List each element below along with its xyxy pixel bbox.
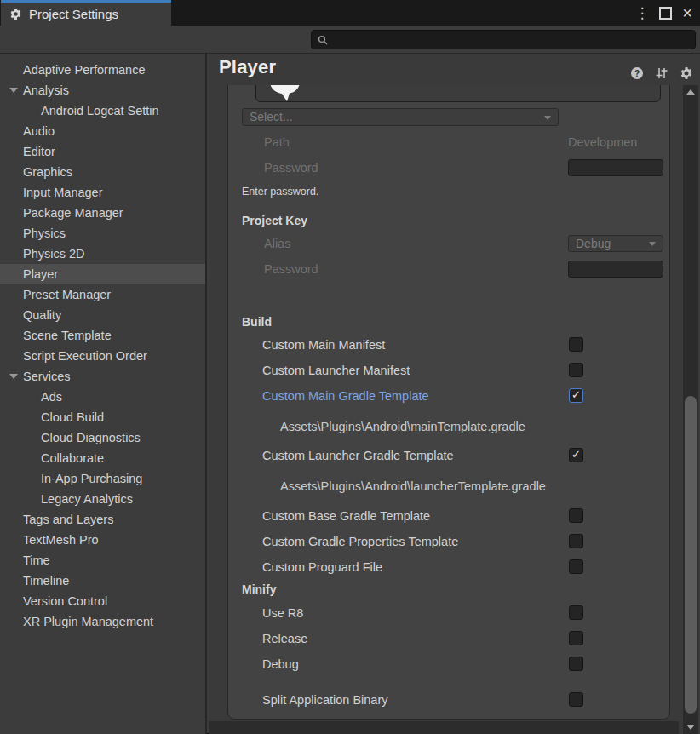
sidebar-item-label: Audio <box>0 121 55 141</box>
maximize-icon <box>659 7 672 20</box>
maximize-button[interactable] <box>656 0 674 26</box>
setting-label: Use R8 <box>262 605 303 622</box>
setting-label: Custom Main Manifest <box>262 336 385 353</box>
sidebar-item-label: Adaptive Performance <box>0 60 145 80</box>
keystore-password-label: Password <box>264 159 318 176</box>
keystore-password-field[interactable] <box>568 159 663 176</box>
sidebar-item-physics-2d[interactable]: Physics 2D <box>0 244 205 264</box>
checkbox-custom-main-gradle-template[interactable]: ✓ <box>569 388 583 403</box>
setting-label: Custom Launcher Gradle Template <box>262 447 454 464</box>
sidebar-item-analysis[interactable]: Analysis <box>0 80 205 100</box>
sidebar-item-label: Ads <box>0 387 62 407</box>
setting-label: Custom Launcher Manifest <box>262 362 410 379</box>
sidebar-item-cloud-diagnostics[interactable]: Cloud Diagnostics <box>0 427 205 448</box>
sidebar-item-package-manager[interactable]: Package Manager <box>0 203 205 223</box>
checkbox-debug[interactable] <box>569 657 583 671</box>
scroll-down-icon[interactable] <box>686 725 695 730</box>
sidebar-item-editor[interactable]: Editor <box>0 141 205 162</box>
help-icon[interactable]: ? <box>630 66 644 80</box>
presets-icon[interactable] <box>655 66 668 80</box>
setting-label: Custom Main Gradle Template <box>262 387 429 404</box>
chevron-down-icon <box>544 116 551 120</box>
sidebar-item-xr-plugin-management[interactable]: XR Plugin Management <box>0 611 205 632</box>
sidebar-item-label: Physics <box>0 223 66 244</box>
panel-header: Player ? <box>209 54 700 85</box>
sidebar-item-tags-and-layers[interactable]: Tags and Layers <box>0 509 205 530</box>
sidebar-item-in-app-purchasing[interactable]: In-App Purchasing <box>0 468 205 489</box>
project-key-password-label: Password <box>264 261 318 278</box>
sidebar-item-textmesh-pro[interactable]: TextMesh Pro <box>0 530 205 550</box>
tab-title: Project Settings <box>29 7 118 21</box>
alias-label: Alias <box>264 235 290 252</box>
checkbox-custom-launcher-manifest[interactable] <box>569 363 583 377</box>
scroll-up-icon[interactable] <box>686 89 695 95</box>
sidebar-item-label: Player <box>0 264 58 284</box>
tab-project-settings[interactable]: Project Settings <box>1 0 171 26</box>
sidebar-item-cloud-build[interactable]: Cloud Build <box>0 407 205 427</box>
sidebar-item-audio[interactable]: Audio <box>0 121 205 141</box>
sidebar-item-input-manager[interactable]: Input Manager <box>0 182 205 203</box>
bottom-strip <box>209 721 679 734</box>
checkbox-release[interactable] <box>569 631 583 645</box>
checkbox-custom-launcher-gradle-template[interactable]: ✓ <box>569 448 583 462</box>
sidebar-item-version-control[interactable]: Version Control <box>0 591 205 611</box>
sidebar-item-physics[interactable]: Physics <box>0 223 205 244</box>
sidebar-item-label: Tags and Layers <box>0 509 113 530</box>
sidebar-item-player[interactable]: Player <box>0 264 205 284</box>
sidebar-item-ads[interactable]: Ads <box>0 387 205 407</box>
keystore-select-dropdown[interactable]: Select... <box>242 108 559 126</box>
sidebar-item-graphics[interactable]: Graphics <box>0 162 205 182</box>
sidebar-item-scene-template[interactable]: Scene Template <box>0 325 205 346</box>
search-input[interactable] <box>311 30 696 49</box>
project-key-password-field[interactable] <box>568 261 663 278</box>
sidebar-item-label: Cloud Build <box>0 407 104 427</box>
checkbox-custom-proguard-file[interactable] <box>569 559 583 574</box>
sidebar-item-label: Physics 2D <box>0 244 85 264</box>
sidebar-item-script-execution-order[interactable]: Script Execution Order <box>0 346 205 366</box>
titlebar: Project Settings ⋮ × <box>0 0 700 26</box>
keystore-path-value: Developmen <box>568 134 663 151</box>
checkbox-use-r8[interactable] <box>569 605 583 620</box>
scrollbar-thumb[interactable] <box>685 396 697 714</box>
expander-triangle-icon[interactable] <box>9 88 18 93</box>
chevron-down-icon <box>649 242 656 246</box>
sidebar-item-label: TextMesh Pro <box>0 530 99 550</box>
setting-label: Split Application Binary <box>262 691 388 708</box>
gradle-path-text: Assets\Plugins\Android\launcherTemplate.… <box>280 478 546 495</box>
sidebar-item-services[interactable]: Services <box>0 366 205 387</box>
sidebar-item-label: Package Manager <box>0 203 123 223</box>
sidebar-item-label: Scene Template <box>0 325 112 346</box>
window-menu-button[interactable]: ⋮ <box>634 0 650 26</box>
settings-scroll-content: Select... Path Developmen Password Enter… <box>209 85 700 734</box>
checkbox-custom-gradle-properties-template[interactable] <box>569 534 583 548</box>
checkbox-custom-base-gradle-template[interactable] <box>569 508 583 523</box>
partial-bubble-icon <box>269 85 301 102</box>
keystore-info-box <box>255 85 661 102</box>
sidebar-item-label: Legacy Analytics <box>0 489 133 509</box>
sidebar-item-time[interactable]: Time <box>0 550 205 571</box>
sidebar-item-label: Graphics <box>0 162 72 182</box>
alias-dropdown[interactable]: Debug <box>568 235 663 252</box>
sidebar-item-adaptive-performance[interactable]: Adaptive Performance <box>0 60 205 80</box>
checkbox-split-application-binary[interactable] <box>569 692 583 707</box>
sidebar-item-label: Script Execution Order <box>0 346 147 366</box>
setting-label: Custom Gradle Properties Template <box>262 533 458 550</box>
setting-label: Release <box>262 630 307 647</box>
sidebar-item-preset-manager[interactable]: Preset Manager <box>0 284 205 305</box>
checkbox-custom-main-manifest[interactable] <box>569 337 583 352</box>
player-settings-panel: Player ? Select... Path <box>209 54 700 734</box>
settings-gear-icon[interactable] <box>680 66 693 80</box>
sidebar-item-collaborate[interactable]: Collaborate <box>0 448 205 468</box>
toolbar <box>0 26 700 54</box>
sidebar-item-android-logcat-settin[interactable]: Android Logcat Settin <box>0 100 205 121</box>
vertical-scrollbar[interactable] <box>683 85 698 734</box>
close-button[interactable]: × <box>678 0 697 26</box>
sidebar-item-timeline[interactable]: Timeline <box>0 571 205 591</box>
expander-triangle-icon[interactable] <box>9 374 18 379</box>
sidebar-item-legacy-analytics[interactable]: Legacy Analytics <box>0 489 205 509</box>
sidebar-item-label: Editor <box>0 141 55 162</box>
sidebar-item-quality[interactable]: Quality <box>0 305 205 325</box>
svg-text:?: ? <box>634 69 640 78</box>
sidebar-item-label: In-App Purchasing <box>0 468 142 489</box>
page-title: Player <box>219 56 276 78</box>
